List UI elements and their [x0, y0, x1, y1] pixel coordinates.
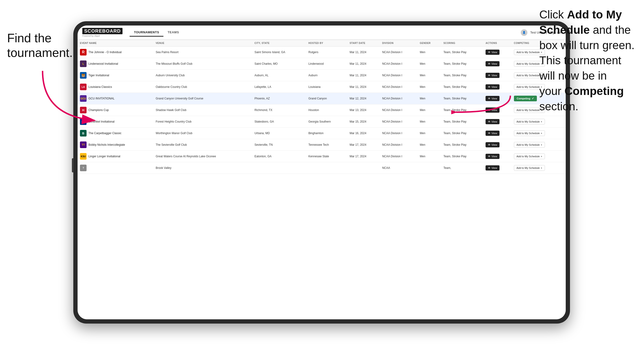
team-logo: KSU: [80, 153, 86, 160]
competing-button[interactable]: Competing ✓: [514, 96, 537, 101]
view-button[interactable]: 👁 View: [486, 61, 500, 66]
city-state-cell: Phoenix, AZ: [252, 93, 306, 104]
start-date-cell: Mar 12, 2024: [347, 93, 380, 104]
venue-cell: Great Waters Course At Reynolds Lake Oco…: [153, 151, 252, 162]
eye-icon: 👁: [488, 155, 490, 158]
add-to-schedule-button[interactable]: Add to My Schedule +: [514, 154, 545, 159]
table-row: L Lindenwood Invitational The Missouri B…: [78, 58, 566, 70]
venue-cell: The Sevierville Golf Club: [153, 139, 252, 151]
event-name-text: The Johnnie - O Individual: [88, 50, 122, 54]
team-logo: TT: [80, 142, 86, 148]
tablet-screen: SCOREBOARD Powered by clippd TOURNAMENTS…: [78, 25, 566, 319]
division-cell: NCAA Division I: [380, 81, 418, 93]
add-schedule-label: Add to My Schedule: [516, 167, 540, 169]
col-hosted-by: HOSTED BY: [306, 40, 347, 46]
event-name-cell: ?: [78, 162, 153, 174]
annotation-left: Find the tournament.: [7, 31, 73, 60]
view-button[interactable]: 👁 View: [486, 165, 500, 171]
venue-cell: Brook Valley: [153, 162, 252, 174]
add-schedule-label: Add to My Schedule: [516, 132, 540, 135]
gender-cell: Men: [418, 93, 441, 104]
add-to-schedule-button[interactable]: Add to My Schedule +: [514, 142, 545, 148]
view-button[interactable]: 👁 View: [486, 50, 500, 55]
add-to-schedule-button[interactable]: Add to My Schedule +: [514, 130, 545, 136]
add-schedule-label: Add to My Schedule: [516, 109, 540, 112]
hosted-by-cell: Grand Canyon: [306, 93, 347, 104]
division-cell: NCAA Division I: [380, 70, 418, 81]
action-cell: 👁 View: [483, 46, 511, 58]
add-to-schedule-button[interactable]: Add to My Schedule +: [514, 165, 545, 171]
city-state-cell: Sevierville, TN: [252, 139, 306, 151]
add-to-schedule-button[interactable]: Add to My Schedule +: [514, 119, 545, 125]
tablet-frame: SCOREBOARD Powered by clippd TOURNAMENTS…: [73, 21, 570, 324]
col-event-name: EVENT NAME: [78, 40, 153, 46]
start-date-cell: Mar 17, 2024: [347, 151, 380, 162]
table-container[interactable]: EVENT NAME VENUE CITY, STATE HOSTED BY S…: [78, 40, 566, 319]
table-row: ? Brook ValleyNCAATeam, 👁 View Add to My…: [78, 162, 566, 174]
logo-area: SCOREBOARD Powered by clippd: [82, 28, 122, 37]
view-button[interactable]: 👁 View: [486, 73, 500, 78]
col-city-state: CITY, STATE: [252, 40, 306, 46]
app-header: SCOREBOARD Powered by clippd TOURNAMENTS…: [78, 25, 566, 40]
action-cell: 👁 View: [483, 58, 511, 70]
action-cell: 👁 View: [483, 151, 511, 162]
division-cell: NCAA Division I: [380, 46, 418, 58]
view-button[interactable]: 👁 View: [486, 142, 500, 147]
division-cell: NCAA Division I: [380, 104, 418, 116]
action-cell: 👁 View: [483, 139, 511, 151]
division-cell: NCAA Division I: [380, 151, 418, 162]
add-schedule-label: Add to My Schedule: [516, 143, 540, 146]
view-button[interactable]: 👁 View: [486, 84, 500, 90]
col-venue: VENUE: [153, 40, 252, 46]
arrow-left: [28, 68, 104, 136]
hosted-by-cell: Rutgers: [306, 46, 347, 58]
col-start-date: START DATE: [347, 40, 380, 46]
eye-icon: 👁: [488, 85, 490, 88]
scoring-cell: Team,: [441, 162, 483, 174]
start-date-cell: Mar 15, 2024: [347, 116, 380, 128]
table-row: B The Carpetbagger Classic Worthington M…: [78, 128, 566, 139]
check-icon: ✓: [532, 97, 534, 100]
action-cell: 👁 View: [483, 81, 511, 93]
hosted-by-cell: [306, 162, 347, 174]
hosted-by-cell: Auburn: [306, 70, 347, 81]
hosted-by-cell: Houston: [306, 104, 347, 116]
start-date-cell: Mar 11, 2024: [347, 46, 380, 58]
user-avatar: 👤: [521, 29, 528, 36]
nav-tabs: TOURNAMENTS TEAMS: [130, 28, 183, 37]
start-date-cell: Mar 16, 2024: [347, 128, 380, 139]
start-date-cell: Mar 11, 2024: [347, 81, 380, 93]
view-button[interactable]: 👁 View: [486, 154, 500, 159]
scoring-cell: Team, Stroke Play: [441, 128, 483, 139]
gender-cell: Men: [418, 116, 441, 128]
add-schedule-label: Add to My Schedule: [516, 51, 540, 54]
plus-icon: +: [541, 155, 542, 158]
gender-cell: Men: [418, 81, 441, 93]
division-cell: NCAA Division I: [380, 93, 418, 104]
add-schedule-label: Add to My Schedule: [516, 85, 540, 88]
event-name-cell: L Lindenwood Invitational: [78, 58, 153, 70]
scoring-cell: Team, Stroke Play: [441, 46, 483, 58]
city-state-cell: Saint Simons Island, GA: [252, 46, 306, 58]
scoring-cell: Team, Stroke Play: [441, 70, 483, 81]
action-cell: 👁 View: [483, 162, 511, 174]
hosted-by-cell: Lindenwood: [306, 58, 347, 70]
eye-icon: 👁: [488, 143, 490, 146]
add-schedule-label: Add to My Schedule: [516, 120, 540, 123]
gender-cell: Men: [418, 46, 441, 58]
event-name-text: Bobby Nichols Intercollegiate: [88, 143, 125, 147]
city-state-cell: Richmond, TX: [252, 104, 306, 116]
tab-tournaments[interactable]: TOURNAMENTS: [130, 28, 163, 37]
action-cell: 👁 View: [483, 70, 511, 81]
scoring-cell: Team, Stroke Play: [441, 58, 483, 70]
tab-teams[interactable]: TEAMS: [164, 28, 183, 37]
competing-cell: Add to My Schedule +: [512, 151, 566, 162]
venue-cell: Auburn University Club: [153, 70, 252, 81]
plus-icon: +: [541, 167, 542, 169]
view-button[interactable]: 👁 View: [486, 131, 500, 136]
city-state-cell: Saint Charles, MO: [252, 58, 306, 70]
powered-by: Powered by clippd: [82, 35, 122, 37]
gender-cell: Men: [418, 128, 441, 139]
event-name-cell: KSU Linger Longer Invitational: [78, 151, 153, 162]
venue-cell: Worthington Manor Golf Club: [153, 128, 252, 139]
